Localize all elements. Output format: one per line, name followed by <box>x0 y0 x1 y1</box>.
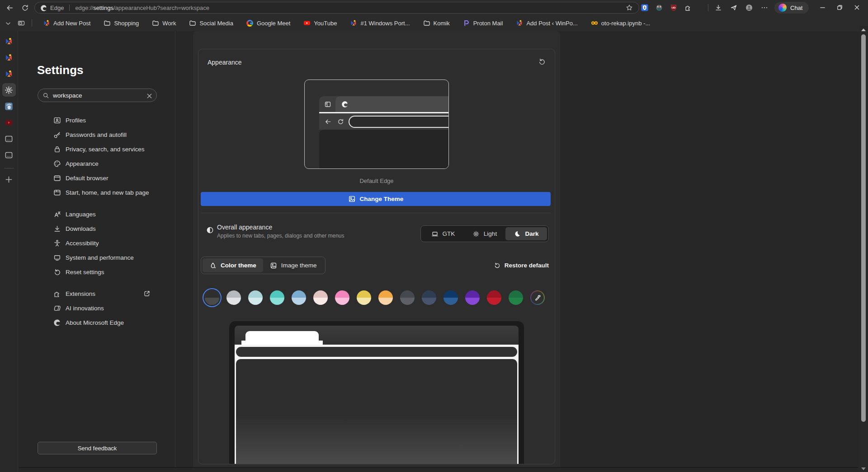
appearance-option-light[interactable]: Light <box>464 227 505 240</box>
scrollbar-thumb[interactable] <box>861 34 866 422</box>
bookmark-item[interactable]: Google Meet <box>242 18 295 28</box>
bookmark-item[interactable]: oto-rekap.ipynb -... <box>586 18 655 28</box>
swatch-orange[interactable] <box>378 290 393 305</box>
bookmark-item[interactable]: Add Post ‹ WinPo... <box>511 18 582 28</box>
sidebar-item-about-microsoft-edge[interactable]: About Microsoft Edge <box>19 315 175 330</box>
minimize-button[interactable] <box>814 0 831 15</box>
appearance-option-dark[interactable]: Dark <box>505 227 547 240</box>
strip-item-pinned-site-2[interactable] <box>2 67 16 80</box>
swatch-navy[interactable] <box>443 290 458 305</box>
tab-label: Image theme <box>281 262 317 269</box>
swatch-pale-teal[interactable] <box>248 290 263 305</box>
strip-item-collection-6[interactable] <box>2 132 16 145</box>
close-button[interactable] <box>848 0 865 15</box>
sidebar-item-ai-innovations[interactable]: AI innovations <box>19 301 175 315</box>
bookmark-item[interactable]: Shopping <box>99 18 143 28</box>
more-menu-icon[interactable] <box>759 2 770 13</box>
sidebar-item-privacy-search-and-services[interactable]: Privacy, search, and services <box>19 142 175 156</box>
strip-item-software-store-4[interactable] <box>2 99 16 113</box>
refresh-icon <box>337 118 344 125</box>
collapse-chevron-icon[interactable] <box>5 20 11 27</box>
sidebar-item-extensions[interactable]: Extensions <box>19 286 175 301</box>
bookmark-item[interactable]: Proton Mail <box>458 18 508 28</box>
password-manager-extension-icon[interactable] <box>640 4 649 12</box>
bookmark-item[interactable]: #1 Windows Port... <box>345 18 414 28</box>
sidebar-item-profiles[interactable]: Profiles <box>19 113 175 127</box>
bookmark-item[interactable]: Add New Post <box>38 18 95 28</box>
back-arrow-icon <box>325 118 331 125</box>
preview-tab-strip <box>319 96 448 112</box>
bookmark-item[interactable]: YouTube <box>299 18 341 28</box>
tab-image-theme[interactable]: Image theme <box>263 258 324 272</box>
bookmark-item[interactable]: Social Media <box>184 18 237 28</box>
sidebar-item-appearance[interactable]: Appearance <box>19 156 175 171</box>
address-bar[interactable]: Edge edge://settings/appearanceHub?searc… <box>34 2 639 14</box>
scroll-down-arrow[interactable] <box>861 467 866 470</box>
strip-item-pinned-site-0[interactable] <box>2 34 16 48</box>
copilot-icon <box>53 304 61 312</box>
swatch-purple[interactable] <box>465 290 480 305</box>
ud-shield-extension-icon[interactable]: UD <box>669 4 678 12</box>
appearance-option-gtk[interactable]: GTK <box>422 227 464 240</box>
nav-group: LanguagesDownloadsAccessibilitySystem an… <box>19 207 175 279</box>
bookmark-label: Google Meet <box>257 20 290 27</box>
edge-logo-icon <box>53 319 61 327</box>
change-theme-button[interactable]: Change Theme <box>201 192 551 206</box>
sidebar-toggle-icon <box>324 101 331 107</box>
puzzle-icon <box>53 290 61 298</box>
favorite-star-icon[interactable] <box>626 4 633 12</box>
sidebar-item-system-and-performance[interactable]: System and performance <box>19 250 175 265</box>
clear-search-icon[interactable] <box>146 93 152 98</box>
tab-color-theme[interactable]: Color theme <box>203 258 263 272</box>
extensions-menu-icon[interactable] <box>684 4 692 12</box>
send-icon[interactable] <box>728 2 739 13</box>
sidebar-item-passwords-and-autofill[interactable]: Passwords and autofill <box>19 127 175 142</box>
back-button[interactable] <box>4 2 15 14</box>
settings-nav-panel: Settings ProfilesPasswords and autofillP… <box>19 31 175 468</box>
reading-panel-icon[interactable] <box>18 19 25 27</box>
scroll-up-arrow[interactable] <box>861 28 866 31</box>
swatch-charcoal[interactable] <box>400 290 415 305</box>
sidebar-item-downloads[interactable]: Downloads <box>19 221 175 236</box>
strip-item-collection-7[interactable] <box>2 148 16 162</box>
downloads-icon[interactable] <box>713 2 724 13</box>
swatch-rose[interactable] <box>313 290 328 305</box>
swatch-crimson[interactable] <box>487 290 501 305</box>
swatch-pink[interactable] <box>335 290 349 305</box>
swatch-dark[interactable] <box>205 290 219 305</box>
swatch-teal[interactable] <box>270 290 284 305</box>
refresh-button[interactable] <box>19 2 31 14</box>
monitor-icon <box>53 254 61 262</box>
mock-page-area <box>236 359 517 464</box>
copilot-chat-button[interactable]: Chat <box>774 2 809 14</box>
profile-avatar[interactable] <box>744 2 755 13</box>
strip-item-plus-9[interactable] <box>2 173 16 186</box>
sidebar-item-default-browser[interactable]: Default browser <box>19 171 175 185</box>
strip-item-settings-gear-3[interactable] <box>2 83 16 97</box>
section-reset-icon[interactable] <box>538 58 546 65</box>
settings-search-box[interactable] <box>38 89 157 102</box>
edge-browser-window: Edge edge://settings/appearanceHub?searc… <box>0 0 868 472</box>
site-colorful-icon <box>43 19 50 27</box>
sidebar-item-languages[interactable]: Languages <box>19 207 175 221</box>
swatch-silver[interactable] <box>226 290 241 305</box>
sidebar-item-reset-settings[interactable]: Reset settings <box>19 265 175 279</box>
swatch-green[interactable] <box>509 290 523 305</box>
page-scrollbar[interactable] <box>859 26 868 472</box>
swatch-slate[interactable] <box>422 290 436 305</box>
swatch-steel-blue[interactable] <box>292 290 306 305</box>
bookmark-item[interactable]: Komik <box>419 18 454 28</box>
strip-item-pinned-site-1[interactable] <box>2 51 16 64</box>
settings-search-input[interactable] <box>53 92 146 99</box>
sidebar-item-start-home-and-new-tab-page[interactable]: Start, home, and new tab page <box>19 185 175 200</box>
strip-item-video-app-5[interactable] <box>2 116 16 129</box>
swatch-custom-color-picker[interactable] <box>530 290 545 305</box>
sidebar-item-accessibility[interactable]: Accessibility <box>19 236 175 250</box>
restore-button[interactable] <box>831 0 848 15</box>
colab-icon <box>591 19 598 27</box>
restore-default-button[interactable]: Restore default <box>494 257 549 274</box>
swatch-yellow[interactable] <box>357 290 371 305</box>
bookmark-item[interactable]: Work <box>147 18 180 28</box>
send-feedback-button[interactable]: Send feedback <box>38 442 157 454</box>
goggles-extension-icon[interactable] <box>655 4 663 12</box>
